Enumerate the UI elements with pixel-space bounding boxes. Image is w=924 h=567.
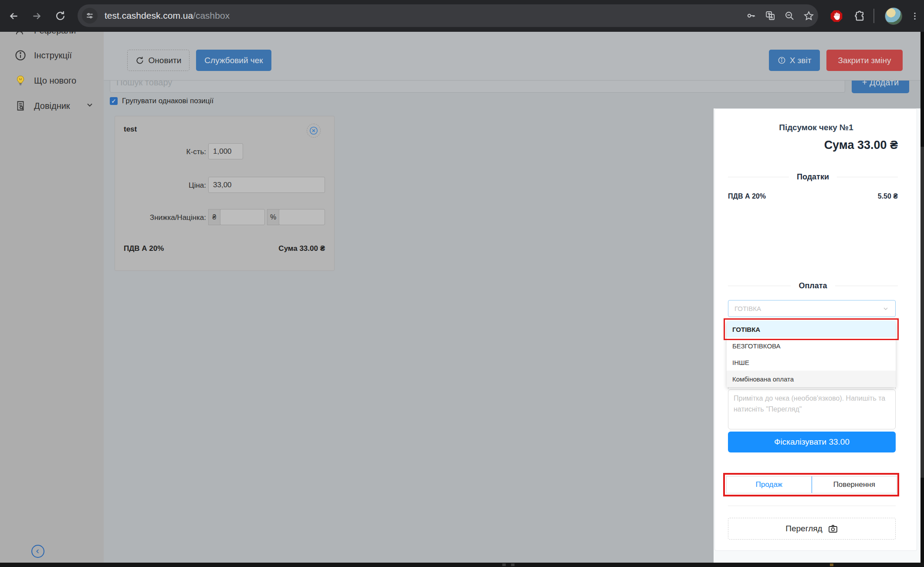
refresh-button[interactable]: Оновити: [127, 50, 190, 71]
payment-select-value: ГОТІВКА: [734, 305, 882, 312]
taxes-header-label: Податки: [797, 172, 829, 182]
tax-value: 5.50 ₴: [878, 192, 898, 200]
arrow-right-icon: [31, 10, 42, 22]
reload-icon: [55, 10, 66, 21]
info-circle-icon: [14, 49, 27, 62]
scrollbar-thumb[interactable]: [921, 147, 924, 478]
browser-forward-button[interactable]: [28, 0, 45, 32]
payment-method-select[interactable]: ГОТІВКА: [728, 300, 896, 317]
qty-input[interactable]: [208, 143, 243, 159]
close-shift-label: Закрити зміну: [838, 56, 891, 65]
sidebar-item-directory[interactable]: Довідник: [0, 96, 104, 115]
payment-option-combined[interactable]: Комбінована оплата: [727, 371, 896, 387]
payment-header: Оплата: [728, 281, 898, 290]
tax-row: ПДВ А 20% 5.50 ₴: [728, 192, 898, 200]
taskbar-edge: [0, 563, 924, 567]
zoom-out-icon[interactable]: [780, 10, 799, 21]
camera-icon: [828, 523, 838, 534]
group-positions-row: ✓ Групувати однакові позиції: [110, 97, 213, 105]
profile-avatar[interactable]: [883, 0, 904, 32]
url-path: /cashbox: [193, 10, 230, 20]
qty-label: К-сть:: [115, 148, 206, 156]
browser-toolbar: test.cashdesk.com.ua/cashbox: [0, 0, 924, 32]
sidebar-item-label: Що нового: [34, 76, 76, 86]
sidebar-item-instructions[interactable]: Інструкції: [0, 46, 104, 65]
taskbar-icon-sliver: [511, 564, 514, 566]
refresh-icon: [135, 56, 144, 65]
sidebar-item-whats-new[interactable]: Що нового: [0, 71, 104, 90]
payment-option-label: ГОТІВКА: [732, 326, 760, 333]
close-circle-icon: [309, 126, 318, 135]
price-input[interactable]: [208, 177, 325, 193]
url-text: test.cashdesk.com.ua/cashbox: [105, 10, 741, 21]
x-report-label: Х звіт: [790, 56, 812, 65]
payment-option-label: ІНШЕ: [732, 359, 749, 366]
price-label: Ціна:: [115, 181, 206, 190]
product-name: test: [124, 125, 137, 134]
browser-address-bar[interactable]: test.cashdesk.com.ua/cashbox: [78, 4, 818, 27]
adblock-extension-icon[interactable]: [827, 0, 846, 32]
group-positions-checkbox[interactable]: ✓: [110, 97, 118, 105]
payment-option-label: БЕЗГОТІВКОВА: [732, 342, 781, 350]
payment-option-cashless[interactable]: БЕЗГОТІВКОВА: [727, 338, 896, 354]
sidebar-collapse-button[interactable]: [31, 545, 44, 558]
chevron-left-icon: [34, 548, 41, 555]
x-report-button[interactable]: Х звіт: [769, 50, 820, 71]
info-circle-icon: [778, 56, 786, 64]
discount-percent-input[interactable]: [279, 209, 325, 225]
browser-menu-button[interactable]: [907, 0, 923, 32]
payment-option-other[interactable]: ІНШЕ: [727, 354, 896, 371]
preview-label: Перегляд: [785, 524, 822, 533]
taxes-header: Податки: [728, 172, 898, 182]
browser-reload-button[interactable]: [51, 0, 69, 32]
lightbulb-icon: [14, 74, 27, 87]
chevron-down-icon: [85, 101, 94, 111]
discount-label: Знижка/Націнка:: [115, 213, 206, 222]
discount-percent-prefix: %: [267, 209, 279, 225]
browser-back-button[interactable]: [5, 0, 23, 32]
product-sum-label: Сума 33.00 ₴: [115, 244, 325, 253]
fiscalize-button[interactable]: Фіскалізувати 33.00: [728, 432, 896, 452]
payment-option-label: Комбінована оплата: [732, 375, 794, 383]
tab-sale[interactable]: Продаж: [727, 476, 812, 493]
group-positions-label: Групувати однакові позиції: [122, 97, 213, 105]
sidebar-item-label: Інструкції: [34, 51, 72, 61]
toolbar-divider: [873, 9, 874, 23]
fiscalize-label: Фіскалізувати 33.00: [774, 437, 850, 447]
remove-product-button[interactable]: [307, 124, 321, 138]
page-scrollbar[interactable]: [921, 32, 924, 563]
panel-divider: [728, 506, 896, 506]
service-receipt-label: Службовий чек: [204, 56, 263, 65]
sidebar: Реферали Інструкції Що нового: [0, 0, 104, 563]
service-receipt-button[interactable]: Службовий чек: [196, 50, 271, 71]
screen: Реферали Інструкції Що нового: [0, 0, 924, 567]
close-shift-button[interactable]: Закрити зміну: [826, 50, 903, 71]
translate-icon[interactable]: [761, 10, 780, 21]
receipt-note-textarea[interactable]: [728, 389, 896, 429]
receipt-title: Підсумок чеку №1: [715, 123, 917, 132]
bookmark-star-icon[interactable]: [799, 10, 818, 21]
site-settings-icon: [85, 11, 94, 20]
arrow-left-icon: [8, 10, 20, 22]
payment-header-label: Оплата: [799, 281, 827, 290]
payment-option-cash[interactable]: ГОТІВКА: [727, 321, 896, 338]
discount-currency-prefix: ₴: [208, 209, 220, 225]
url-host: test.cashdesk.com.ua: [105, 10, 193, 20]
discount-currency-input[interactable]: [220, 209, 265, 225]
product-card: test К-сть: Ціна: Знижка/Націнка: ₴ % ПД…: [115, 116, 335, 271]
receipt-total: Сума 33.00 ₴: [715, 138, 898, 152]
payment-method-dropdown: ГОТІВКА БЕЗГОТІВКОВА ІНШЕ Комбінована оп…: [727, 321, 896, 387]
refresh-label: Оновити: [149, 56, 182, 65]
document-search-icon: [14, 99, 27, 112]
extensions-puzzle-icon[interactable]: [850, 0, 870, 32]
taskbar-icon-sliver: [502, 564, 506, 566]
tab-return-label: Повернення: [833, 480, 875, 489]
sidebar-item-label: Довідник: [34, 101, 70, 111]
password-key-icon[interactable]: [741, 10, 761, 21]
site-info-button[interactable]: [82, 8, 98, 24]
preview-button[interactable]: Перегляд: [728, 518, 896, 540]
cashbox-toolbar: Оновити Службовий чек Х звіт Закрити змі…: [104, 32, 924, 81]
chevron-down-icon: [882, 305, 889, 312]
tab-return[interactable]: Повернення: [812, 476, 897, 493]
tax-name: ПДВ А 20%: [728, 192, 766, 200]
